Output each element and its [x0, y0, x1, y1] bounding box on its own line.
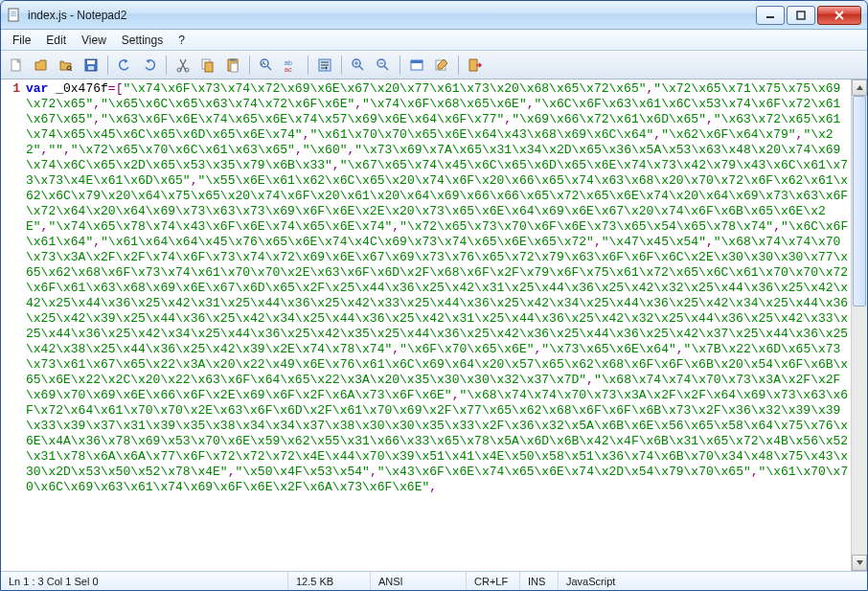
scroll-thumb[interactable] [853, 96, 866, 307]
svg-rect-0 [9, 9, 18, 21]
status-insert: INS [520, 572, 559, 590]
app-icon [7, 8, 22, 23]
menu-file[interactable]: File [5, 30, 38, 50]
close-button[interactable] [817, 6, 861, 25]
menubar: File Edit View Settings ? [1, 30, 867, 51]
scroll-up-icon[interactable] [852, 80, 867, 96]
menu-edit[interactable]: Edit [38, 30, 74, 50]
open-file-icon[interactable] [30, 54, 53, 77]
titlebar: index.js - Notepad2 [1, 1, 867, 30]
toolbar-separator [107, 56, 108, 75]
svg-rect-9 [87, 60, 95, 64]
svg-rect-10 [88, 66, 94, 70]
undo-icon[interactable] [113, 54, 136, 77]
new-file-icon[interactable] [5, 54, 28, 77]
scheme-icon[interactable] [405, 54, 428, 77]
zoom-out-icon[interactable] [372, 54, 395, 77]
menu-label: Edit [46, 34, 66, 47]
scroll-down-icon[interactable] [852, 555, 867, 571]
svg-rect-1 [11, 11, 16, 12]
vertical-scrollbar[interactable] [851, 80, 867, 571]
menu-help[interactable]: ? [171, 30, 193, 50]
menu-label: Settings [122, 34, 163, 47]
exit-icon[interactable] [464, 54, 487, 77]
toolbar-separator [458, 56, 459, 75]
find-icon[interactable]: A [255, 54, 278, 77]
svg-rect-3 [11, 15, 16, 16]
code-area[interactable]: var _0x476f=["\x74\x6F\x73\x74\x72\x69\x… [26, 80, 851, 571]
cut-icon[interactable] [171, 54, 194, 77]
window-controls [756, 6, 861, 25]
menu-label: View [81, 34, 106, 47]
word-wrap-icon[interactable] [313, 54, 336, 77]
status-eol: CR+LF [467, 572, 520, 590]
line-number: 1 [1, 81, 20, 96]
menu-label: File [12, 34, 31, 47]
svg-text:ab: ab [285, 59, 292, 66]
svg-rect-14 [205, 62, 213, 72]
status-language: JavaScript [559, 572, 867, 590]
toolbar-separator [341, 56, 342, 75]
maximize-button[interactable] [787, 6, 815, 25]
svg-rect-28 [469, 59, 477, 71]
status-size: 12.5 KB [288, 572, 371, 590]
minimize-button[interactable] [756, 6, 785, 25]
paste-icon[interactable] [221, 54, 244, 77]
menu-label: ? [178, 34, 185, 47]
toolbar-separator [249, 56, 250, 75]
browse-folder-icon[interactable] [55, 54, 78, 77]
svg-rect-17 [231, 63, 238, 72]
menu-view[interactable]: View [74, 30, 114, 50]
customize-icon[interactable] [430, 54, 453, 77]
menu-settings[interactable]: Settings [114, 30, 171, 50]
svg-rect-2 [11, 13, 16, 14]
svg-text:ac: ac [285, 66, 292, 73]
redo-icon[interactable] [138, 54, 161, 77]
window-title: index.js - Notepad2 [28, 9, 756, 22]
status-position: Ln 1 : 3 Col 1 Sel 0 [1, 572, 288, 590]
zoom-in-icon[interactable] [347, 54, 370, 77]
replace-icon[interactable]: abac [280, 54, 303, 77]
toolbar-separator [166, 56, 167, 75]
save-icon[interactable] [80, 54, 103, 77]
status-encoding: ANSI [371, 572, 467, 590]
line-gutter: 1 [1, 80, 26, 571]
svg-rect-4 [766, 16, 774, 18]
toolbar-separator [308, 56, 308, 75]
copy-icon[interactable] [196, 54, 219, 77]
toolbar: Aabac [1, 51, 867, 80]
statusbar: Ln 1 : 3 Col 1 Sel 0 12.5 KB ANSI CR+LF … [1, 571, 867, 590]
svg-rect-16 [230, 58, 236, 61]
svg-rect-5 [797, 11, 805, 19]
svg-rect-26 [411, 60, 423, 63]
editor: 1 var _0x476f=["\x74\x6F\x73\x74\x72\x69… [1, 80, 867, 571]
svg-text:A: A [262, 60, 265, 66]
toolbar-separator [400, 56, 400, 75]
